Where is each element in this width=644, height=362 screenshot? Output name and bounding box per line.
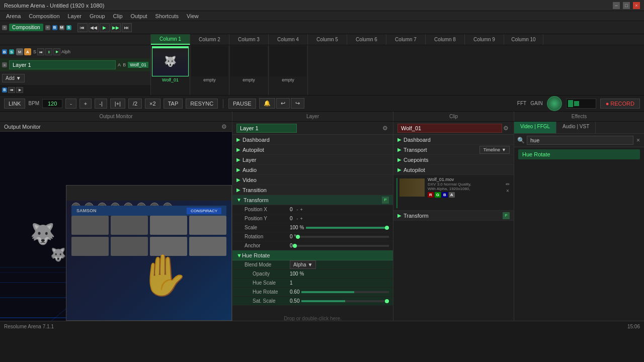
position-y-plus[interactable]: + (300, 216, 303, 221)
tab-audio-vst[interactable]: Audio | VST (556, 122, 596, 133)
layer-section-layer[interactable]: ▶ Layer (232, 155, 393, 165)
hue-rotate-param-value[interactable]: 0.60 (290, 289, 299, 295)
transform-p-button[interactable]: P (382, 197, 389, 204)
position-y-minus[interactable]: - (297, 216, 298, 221)
hue-rotate-section-header[interactable]: ▼ Hue Rotate (232, 250, 393, 260)
transport-play[interactable]: ▶ (100, 23, 110, 32)
clip-section-autopilot[interactable]: ▶ Autopilot (393, 165, 514, 175)
menu-group[interactable]: Group (86, 12, 109, 20)
hue-scale-value[interactable]: 1 (290, 280, 293, 286)
transport-next[interactable]: ▶▶ (111, 23, 121, 32)
clip-rewind-btn[interactable]: ⏮ (37, 48, 44, 55)
layer-section-audio[interactable]: ▶ Audio (232, 165, 393, 175)
tab-video-ffgl[interactable]: Video | FFGL (514, 122, 556, 133)
sat-scale-bar[interactable] (301, 300, 389, 302)
bpm-minus[interactable]: - (65, 99, 76, 109)
clip-section-dashboard[interactable]: ▶ Dashboard (393, 135, 514, 145)
minimize-button[interactable]: – (613, 2, 620, 9)
undo-button[interactable]: ↩ (276, 98, 290, 109)
clip-panel-settings[interactable]: ⚙ (502, 125, 510, 132)
bpm-pipe[interactable]: |+| (110, 99, 125, 109)
clip-section-transform[interactable]: ▶ Transform P (393, 211, 514, 221)
menu-shortcuts[interactable]: Shortcuts (151, 12, 183, 20)
clip-slot-empty-3[interactable]: empty (269, 45, 308, 95)
opacity-value[interactable]: 100 % (290, 271, 304, 277)
menu-layer[interactable]: Layer (64, 12, 86, 20)
bpm-minus-half[interactable]: -| (95, 99, 107, 109)
menu-composition[interactable]: Composition (25, 12, 63, 20)
record-button[interactable]: ● RECORD (600, 99, 640, 109)
clip-pause-btn[interactable]: ⏸ (45, 48, 52, 55)
layer-name-input[interactable] (9, 60, 116, 69)
column-header-3[interactable]: Column 3 (229, 34, 269, 45)
clip-play-btn[interactable]: ▶ (53, 48, 60, 55)
column-header-5[interactable]: Column 5 (308, 34, 347, 45)
maximize-button[interactable]: □ (623, 2, 630, 9)
pause-button[interactable]: PAUSE (228, 99, 256, 109)
clip-slot-1[interactable]: 🐺 Wolf_01 (151, 45, 190, 95)
rotation-bar[interactable] (298, 236, 389, 238)
layer-foot-rewind[interactable]: ⏮ (8, 87, 15, 93)
clip-name-input[interactable] (397, 124, 502, 133)
timeline-dropdown[interactable]: Timeline ▼ (479, 146, 510, 154)
clip-remove-btn[interactable]: × (505, 188, 511, 194)
layer-section-transform[interactable]: ▼ Transform P (232, 195, 393, 205)
bell-button[interactable]: 🔔 (259, 98, 275, 109)
bpm-x2[interactable]: ×2 (145, 99, 160, 109)
position-x-minus[interactable]: - (297, 207, 298, 212)
layer-section-dashboard[interactable]: ▶ Dashboard (232, 135, 393, 145)
output-monitor-settings[interactable]: ⚙ (220, 123, 228, 130)
column-header-7[interactable]: Column 7 (386, 34, 426, 45)
bpm-plus[interactable]: + (79, 99, 92, 109)
transport-rewind[interactable]: ⏮ (77, 23, 88, 32)
position-x-plus[interactable]: + (300, 207, 303, 212)
position-x-value[interactable]: 0 (290, 207, 293, 212)
scale-value[interactable]: 100 % (290, 225, 304, 230)
link-button[interactable]: LINK (4, 99, 25, 109)
bpm-div2[interactable]: /2 (128, 99, 142, 109)
layer-badge-b[interactable]: B (2, 49, 7, 54)
effects-search-clear[interactable]: × (635, 137, 641, 144)
resync-button[interactable]: RESYNC (186, 99, 218, 109)
effects-search-input[interactable] (527, 136, 633, 145)
anchor-value[interactable]: 0 (290, 243, 293, 248)
clip-slot-empty-1[interactable]: empty (190, 45, 229, 95)
column-header-9[interactable]: Column 9 (465, 34, 504, 45)
clip-edit-btn[interactable]: ✏ (505, 182, 511, 187)
menu-clip[interactable]: Clip (109, 12, 127, 20)
menu-arena[interactable]: Arena (2, 12, 25, 20)
column-header-4[interactable]: Column 4 (269, 34, 308, 45)
scale-bar[interactable] (306, 227, 389, 229)
layer-section-autopilot[interactable]: ▶ Autopilot (232, 145, 393, 155)
redo-button[interactable]: ↪ (291, 98, 304, 109)
column-header-1[interactable]: Column 1 (151, 34, 190, 45)
sat-scale-value[interactable]: 0.50 (290, 298, 299, 304)
layer-section-video[interactable]: ▶ Video (232, 175, 393, 185)
column-header-6[interactable]: Column 6 (347, 34, 386, 45)
blend-mode-dropdown[interactable]: Alpha ▼ (290, 260, 316, 269)
layer-badge-s[interactable]: S (9, 49, 14, 54)
column-header-8[interactable]: Column 8 (426, 34, 465, 45)
comp-close-x[interactable]: × (45, 25, 50, 30)
layer-close-btn[interactable]: × (2, 62, 7, 67)
tap-button[interactable]: TAP (164, 99, 183, 109)
close-button[interactable]: × (633, 2, 640, 9)
transport-forward[interactable]: ⏭ (122, 23, 132, 32)
menu-output[interactable]: Output (127, 12, 151, 20)
rotation-value[interactable]: 0 ° (290, 234, 296, 239)
anchor-bar[interactable] (295, 245, 389, 247)
position-y-value[interactable]: 0 (290, 216, 293, 221)
add-dropdown[interactable]: Add ▼ (2, 74, 25, 82)
hue-rotate-bar[interactable] (301, 291, 389, 293)
clip-section-cuepoints[interactable]: ▶ Cuepoints (393, 155, 514, 165)
layer-foot-play[interactable]: ▶ (16, 87, 23, 93)
layer-panel-settings[interactable]: ⚙ (381, 125, 389, 132)
menu-view[interactable]: View (183, 12, 203, 20)
gain-knob[interactable] (547, 96, 562, 111)
column-header-2[interactable]: Column 2 (190, 34, 229, 45)
clip-section-transport[interactable]: ▶ Transport Timeline ▼ (393, 145, 514, 155)
layer-panel-name-input[interactable] (236, 124, 297, 133)
layer-section-transition[interactable]: ▶ Transition (232, 185, 393, 195)
bpm-value[interactable]: 120 (42, 99, 62, 108)
clip-transform-p-button[interactable]: P (503, 212, 510, 219)
